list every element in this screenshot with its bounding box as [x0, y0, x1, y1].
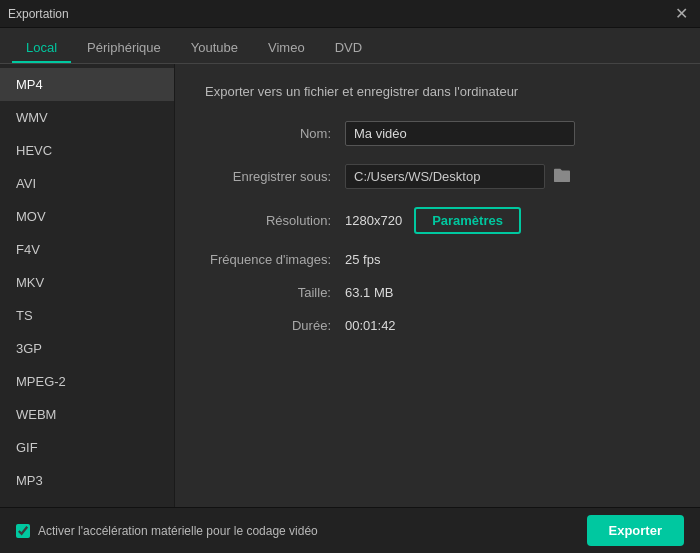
tab-bar: Local Périphérique Youtube Vimeo DVD [0, 28, 700, 64]
window-title: Exportation [8, 7, 69, 21]
resolution-label: Résolution: [205, 213, 345, 228]
duree-value: 00:01:42 [345, 318, 396, 333]
sidebar-item-f4v[interactable]: F4V [0, 233, 174, 266]
resolution-value: 1280x720 [345, 213, 402, 228]
acceleration-checkbox[interactable] [16, 524, 30, 538]
title-bar: Exportation ✕ [0, 0, 700, 28]
sidebar-item-ts[interactable]: TS [0, 299, 174, 332]
taille-row: Taille: 63.1 MB [205, 285, 670, 300]
sidebar-item-3gp[interactable]: 3GP [0, 332, 174, 365]
sidebar-item-mpeg2[interactable]: MPEG-2 [0, 365, 174, 398]
frequence-value: 25 fps [345, 252, 380, 267]
resolution-value-row: 1280x720 Paramètres [345, 207, 521, 234]
duree-row: Durée: 00:01:42 [205, 318, 670, 333]
content-title: Exporter vers un fichier et enregistrer … [205, 84, 670, 99]
enregistrer-row: Enregistrer sous: C:/Users/WS/Desktop [205, 164, 670, 189]
frequence-label: Fréquence d'images: [205, 252, 345, 267]
sidebar-item-avi[interactable]: AVI [0, 167, 174, 200]
parametres-button[interactable]: Paramètres [414, 207, 521, 234]
sidebar: MP4 WMV HEVC AVI MOV F4V MKV TS 3GP MPEG… [0, 64, 175, 507]
tab-vimeo[interactable]: Vimeo [254, 34, 319, 63]
nom-row: Nom: [205, 121, 670, 146]
sidebar-item-hevc[interactable]: HEVC [0, 134, 174, 167]
tab-local[interactable]: Local [12, 34, 71, 63]
bottom-bar: Activer l'accélération matérielle pour l… [0, 507, 700, 553]
acceleration-label: Activer l'accélération matérielle pour l… [38, 524, 318, 538]
content-panel: Exporter vers un fichier et enregistrer … [175, 64, 700, 507]
frequence-row: Fréquence d'images: 25 fps [205, 252, 670, 267]
path-row: C:/Users/WS/Desktop [345, 164, 573, 189]
folder-browse-button[interactable] [551, 165, 573, 189]
taille-value: 63.1 MB [345, 285, 393, 300]
sidebar-item-mkv[interactable]: MKV [0, 266, 174, 299]
sidebar-item-gif[interactable]: GIF [0, 431, 174, 464]
acceleration-checkbox-label[interactable]: Activer l'accélération matérielle pour l… [16, 524, 318, 538]
taille-label: Taille: [205, 285, 345, 300]
path-display: C:/Users/WS/Desktop [345, 164, 545, 189]
close-button[interactable]: ✕ [671, 4, 692, 24]
nom-label: Nom: [205, 126, 345, 141]
export-button[interactable]: Exporter [587, 515, 684, 546]
enregistrer-label: Enregistrer sous: [205, 169, 345, 184]
sidebar-item-mov[interactable]: MOV [0, 200, 174, 233]
tab-youtube[interactable]: Youtube [177, 34, 252, 63]
sidebar-item-mp3[interactable]: MP3 [0, 464, 174, 497]
nom-input[interactable] [345, 121, 575, 146]
main-content: MP4 WMV HEVC AVI MOV F4V MKV TS 3GP MPEG… [0, 64, 700, 507]
sidebar-item-wmv[interactable]: WMV [0, 101, 174, 134]
sidebar-item-webm[interactable]: WEBM [0, 398, 174, 431]
resolution-row: Résolution: 1280x720 Paramètres [205, 207, 670, 234]
duree-label: Durée: [205, 318, 345, 333]
tab-peripherique[interactable]: Périphérique [73, 34, 175, 63]
tab-dvd[interactable]: DVD [321, 34, 376, 63]
sidebar-item-mp4[interactable]: MP4 [0, 68, 174, 101]
